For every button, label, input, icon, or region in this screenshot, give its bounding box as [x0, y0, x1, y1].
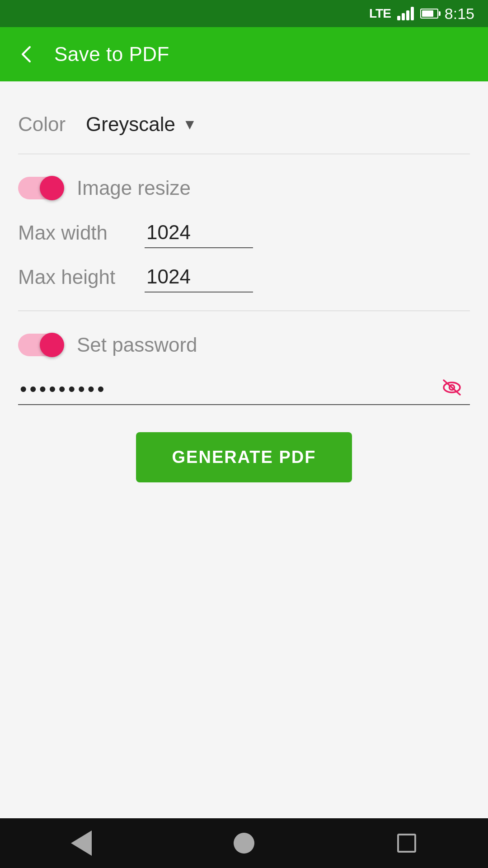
- set-password-row: Set password: [18, 325, 470, 365]
- image-resize-toggle[interactable]: [18, 177, 63, 199]
- back-arrow-icon: [16, 43, 38, 65]
- divider-1: [18, 154, 470, 154]
- image-resize-row: Image resize: [18, 168, 470, 208]
- battery-icon: [420, 9, 438, 19]
- max-width-row: Max width: [18, 208, 470, 253]
- content-area: Color Greyscale ▼ Image resize Max width…: [0, 81, 488, 818]
- color-value: Greyscale: [86, 113, 175, 136]
- color-dropdown[interactable]: Greyscale ▼: [86, 113, 197, 136]
- max-height-label: Max height: [18, 266, 136, 288]
- status-icons: LTE 8:15: [369, 5, 474, 23]
- eye-slash-icon: [440, 376, 464, 399]
- lte-icon: LTE: [369, 6, 391, 21]
- divider-2: [18, 311, 470, 311]
- back-button[interactable]: [14, 41, 41, 68]
- nav-bar: [0, 818, 488, 868]
- color-label: Color: [18, 113, 77, 136]
- generate-pdf-button[interactable]: GENERATE PDF: [136, 432, 352, 482]
- max-width-input[interactable]: [145, 217, 253, 248]
- set-password-toggle[interactable]: [18, 334, 63, 356]
- nav-home-icon: [234, 833, 254, 854]
- max-height-row: Max height: [18, 253, 470, 297]
- signal-icon: [397, 7, 414, 20]
- nav-back-icon: [71, 830, 92, 856]
- password-row: [18, 365, 470, 410]
- time-display: 8:15: [445, 5, 474, 23]
- nav-recents-icon: [397, 834, 416, 853]
- max-width-label: Max width: [18, 222, 136, 244]
- image-resize-label: Image resize: [77, 177, 191, 199]
- nav-back-button[interactable]: [66, 827, 97, 859]
- color-row: Color Greyscale ▼: [18, 99, 470, 140]
- hide-password-button[interactable]: [438, 374, 465, 401]
- page-title: Save to PDF: [54, 43, 169, 66]
- chevron-down-icon: ▼: [183, 116, 197, 133]
- set-password-label: Set password: [77, 334, 197, 356]
- app-bar: Save to PDF: [0, 27, 488, 81]
- max-height-input[interactable]: [145, 262, 253, 292]
- status-bar: LTE 8:15: [0, 0, 488, 27]
- password-input[interactable]: [18, 374, 470, 405]
- nav-home-button[interactable]: [228, 827, 260, 859]
- nav-recents-button[interactable]: [391, 827, 422, 859]
